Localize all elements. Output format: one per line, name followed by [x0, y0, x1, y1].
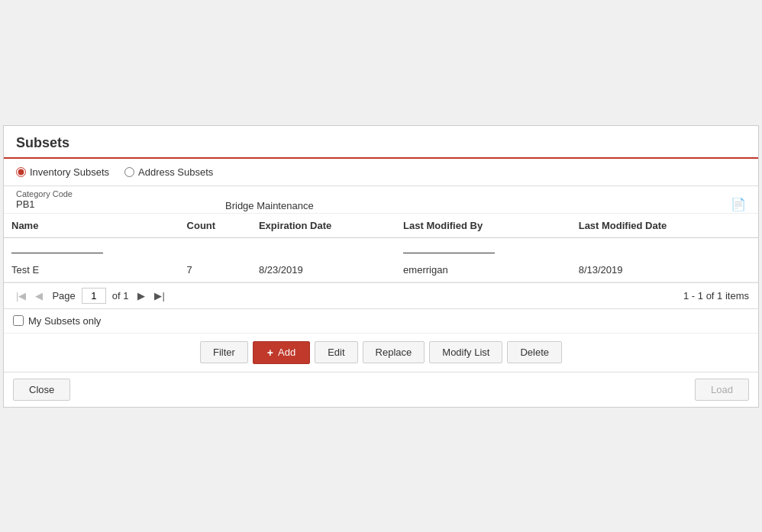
filter-modified-by-cell — [396, 237, 571, 258]
prev-page-button[interactable]: ◀ — [32, 289, 46, 303]
close-button[interactable]: Close — [13, 379, 70, 401]
col-header-name: Name — [4, 214, 179, 238]
dialog-title: Subsets — [4, 126, 758, 159]
items-info: 1 - 1 of 1 items — [683, 290, 749, 301]
filter-row — [4, 237, 758, 258]
my-subsets-checkbox[interactable] — [13, 315, 24, 326]
load-button[interactable]: Load — [695, 379, 749, 401]
category-row: Category Code PB1 Bridge Maintenance 📄 — [4, 186, 758, 214]
cell-expiration: 8/23/2019 — [251, 258, 396, 282]
add-icon: + — [267, 347, 273, 359]
col-header-expiration: Expiration Date — [251, 214, 396, 238]
footer-row: Close Load — [4, 372, 758, 407]
filter-expiration-cell — [251, 237, 396, 258]
page-input[interactable] — [82, 288, 106, 304]
table-container: Name Count Expiration Date Last Modified… — [4, 214, 758, 283]
last-page-button[interactable]: ▶| — [151, 289, 167, 303]
of-label: of 1 — [112, 290, 129, 301]
category-code: PB1 — [16, 198, 73, 210]
filter-button[interactable]: Filter — [200, 341, 248, 363]
subsets-table: Name Count Expiration Date Last Modified… — [4, 214, 758, 282]
replace-button[interactable]: Replace — [363, 341, 425, 363]
radio-group: Inventory Subsets Address Subsets — [4, 159, 758, 186]
category-section: Category Code PB1 — [16, 189, 73, 210]
title-text: Subsets — [16, 135, 69, 150]
inventory-subsets-option[interactable]: Inventory Subsets — [16, 166, 109, 178]
my-subsets-row: My Subsets only — [4, 309, 758, 334]
inventory-subsets-radio[interactable] — [16, 167, 26, 177]
cell-name: Test E — [4, 258, 179, 282]
filter-count-cell — [179, 237, 251, 258]
export-icon[interactable]: 📄 — [731, 189, 746, 211]
table-header-row: Name Count Expiration Date Last Modified… — [4, 214, 758, 238]
filter-name-cell — [4, 237, 179, 258]
address-subsets-label: Address Subsets — [138, 166, 213, 178]
first-page-button[interactable]: |◀ — [13, 289, 29, 303]
next-page-button[interactable]: ▶ — [134, 289, 148, 303]
add-label: Add — [278, 347, 295, 358]
col-header-modified-date: Last Modified Date — [571, 214, 758, 238]
category-label: Category Code — [16, 189, 73, 198]
cell-modified-by: emerrigan — [396, 258, 571, 282]
action-row: Filter + Add Edit Replace Modify List De… — [4, 334, 758, 372]
delete-button[interactable]: Delete — [507, 341, 562, 363]
modify-list-button[interactable]: Modify List — [429, 341, 502, 363]
my-subsets-checkbox-label[interactable]: My Subsets only — [13, 315, 101, 327]
add-button[interactable]: + Add — [253, 341, 310, 364]
edit-button[interactable]: Edit — [315, 341, 357, 363]
filter-modified-date-cell — [571, 237, 758, 258]
filter-modified-by-input[interactable] — [403, 241, 495, 253]
table-row[interactable]: Test E 7 8/23/2019 emerrigan 8/13/2019 — [4, 258, 758, 282]
inventory-subsets-label: Inventory Subsets — [30, 166, 109, 178]
cell-modified-date: 8/13/2019 — [571, 258, 758, 282]
filter-name-input[interactable] — [11, 241, 103, 253]
category-name: Bridge Maintenance — [225, 189, 314, 211]
table-body: Test E 7 8/23/2019 emerrigan 8/13/2019 — [4, 258, 758, 282]
address-subsets-option[interactable]: Address Subsets — [124, 166, 213, 178]
page-label: Page — [52, 290, 75, 301]
my-subsets-label-text: My Subsets only — [28, 315, 101, 327]
address-subsets-radio[interactable] — [124, 167, 134, 177]
cell-count: 7 — [179, 258, 251, 282]
pagination-row: |◀ ◀ Page of 1 ▶ ▶| 1 - 1 of 1 items — [4, 283, 758, 309]
col-header-modified-by: Last Modified By — [396, 214, 571, 238]
col-header-count: Count — [179, 214, 251, 238]
subsets-dialog: Subsets Inventory Subsets Address Subset… — [3, 125, 759, 408]
